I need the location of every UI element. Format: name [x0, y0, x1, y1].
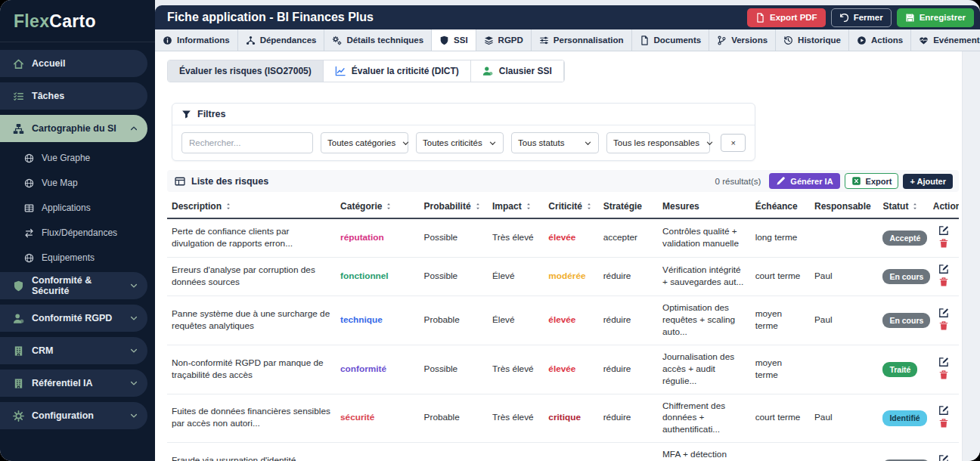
- sidebar-item[interactable]: Equipements: [0, 247, 147, 268]
- edit-icon[interactable]: [938, 308, 949, 318]
- tab[interactable]: Versions: [709, 29, 776, 51]
- column-header[interactable]: Impact: [488, 195, 544, 218]
- subtab[interactable]: Évaluer la criticité (DICT): [324, 60, 471, 82]
- chevron-icon: [129, 346, 138, 355]
- column-header[interactable]: Mesures: [658, 195, 751, 218]
- sidebar-item[interactable]: Cartographie du SI: [0, 115, 147, 142]
- risk-strategy: réduire: [599, 394, 658, 443]
- column-header[interactable]: Catégorie: [336, 195, 420, 218]
- tab-label: Personnalisation: [554, 36, 624, 45]
- tab-icon: [783, 36, 793, 45]
- tab[interactable]: Dépendances: [238, 29, 325, 51]
- tab[interactable]: Documents: [632, 29, 710, 51]
- tab[interactable]: Historique: [776, 29, 849, 51]
- sidebar-item-icon: [13, 313, 24, 324]
- table-icon: [175, 176, 185, 187]
- sidebar-nav: Accueil Tâches Cartographie du SI Vue Gr…: [0, 42, 155, 435]
- excel-icon: [851, 176, 861, 186]
- generate-ai-button[interactable]: Générer IA: [769, 173, 839, 189]
- tab[interactable]: Informations: [155, 29, 238, 51]
- trash-icon[interactable]: [938, 238, 949, 249]
- export-pdf-label: Export PDF: [770, 13, 817, 22]
- subtab[interactable]: Clausier SSI: [471, 60, 564, 82]
- trash-icon[interactable]: [938, 277, 949, 287]
- column-label: Probabilité: [424, 201, 471, 212]
- tab[interactable]: Personnalisation: [532, 29, 632, 51]
- column-label: Mesures: [662, 201, 699, 212]
- edit-icon[interactable]: [938, 357, 949, 367]
- sidebar-item[interactable]: CRM: [0, 337, 147, 364]
- sort-icon[interactable]: [225, 203, 232, 210]
- sort-icon[interactable]: [911, 203, 919, 210]
- export-button[interactable]: Export: [845, 173, 899, 189]
- filters-body: Toutes catégories Toutes criticités Tous…: [172, 125, 755, 160]
- tab[interactable]: SSI: [432, 29, 476, 51]
- edit-icon[interactable]: [938, 225, 949, 236]
- tab[interactable]: Evénements: [911, 29, 980, 51]
- sidebar-item-label: Tâches: [32, 91, 64, 101]
- trash-icon[interactable]: [938, 418, 949, 429]
- sidebar-item[interactable]: Référentiel IA: [0, 370, 147, 397]
- sort-icon[interactable]: [474, 203, 482, 210]
- clear-filters-button[interactable]: ×: [721, 134, 746, 152]
- export-pdf-button[interactable]: Export PDF: [747, 8, 826, 27]
- filter-select[interactable]: Toutes catégories: [321, 132, 408, 153]
- column-header[interactable]: Stratégie: [599, 195, 658, 218]
- risk-row: Fuites de données financières sensibles …: [167, 394, 959, 443]
- risk-table: DescriptionCatégorieProbabilitéImpactCri…: [167, 195, 959, 461]
- sidebar-item-label: Equipements: [42, 252, 95, 263]
- sort-icon[interactable]: [385, 203, 392, 210]
- sort-icon[interactable]: [585, 203, 593, 210]
- pdf-file-icon: [755, 13, 765, 23]
- tab-icon: [246, 36, 256, 45]
- chevron-icon: [129, 124, 138, 133]
- sidebar-item[interactable]: Accueil: [0, 50, 147, 77]
- pencil-icon: [776, 176, 786, 186]
- column-header[interactable]: Statut: [878, 195, 928, 218]
- sidebar-item[interactable]: Vue Map: [0, 172, 147, 193]
- column-header[interactable]: Probabilité: [420, 195, 488, 218]
- edit-icon[interactable]: [938, 264, 949, 274]
- search-input[interactable]: [181, 132, 313, 153]
- tab[interactable]: RGPD: [476, 29, 532, 51]
- risk-deadline: moyen terme: [751, 345, 810, 394]
- subtab[interactable]: Évaluer les risques (ISO27005): [168, 60, 324, 82]
- risk-owner: [810, 345, 878, 394]
- chevron-icon: [129, 281, 138, 290]
- save-button[interactable]: Enregistrer: [897, 8, 974, 27]
- add-button[interactable]: + Ajouter: [903, 174, 953, 189]
- close-button[interactable]: Fermer: [831, 8, 892, 27]
- sidebar-item[interactable]: Configuration: [0, 402, 147, 429]
- column-label: Stratégie: [603, 201, 642, 212]
- trash-icon[interactable]: [938, 370, 949, 380]
- filter-select[interactable]: Toutes criticités: [416, 132, 504, 153]
- subtab-icon: [482, 66, 493, 76]
- scroll-gutter[interactable]: [962, 51, 980, 461]
- risk-strategy: réduire: [599, 258, 658, 296]
- add-label: + Ajouter: [910, 177, 946, 186]
- sidebar-item[interactable]: Conformité RGPD: [0, 305, 147, 332]
- trash-icon[interactable]: [938, 320, 949, 331]
- sidebar-item[interactable]: Applications: [0, 197, 147, 218]
- sidebar-item[interactable]: Conformité & Sécurité: [0, 272, 147, 299]
- column-label: Criticité: [548, 201, 582, 212]
- tab[interactable]: Actions: [849, 29, 911, 51]
- sort-icon[interactable]: [525, 203, 532, 210]
- sidebar-item[interactable]: Tâches: [0, 82, 147, 110]
- filters-header: Filtres: [172, 104, 755, 125]
- filter-select[interactable]: Tous statuts: [511, 132, 599, 153]
- sidebar-item-label: Accueil: [32, 58, 65, 69]
- column-header[interactable]: Description: [167, 195, 336, 218]
- sidebar-item-icon: [13, 58, 24, 70]
- column-header[interactable]: Échéance: [751, 195, 810, 218]
- subtab-label: Clausier SSI: [499, 66, 552, 76]
- edit-icon[interactable]: [938, 405, 949, 416]
- column-header[interactable]: Criticité: [544, 195, 598, 218]
- tab[interactable]: Détails techniques: [324, 29, 432, 51]
- column-header[interactable]: Actions: [929, 195, 959, 218]
- column-header[interactable]: Responsable: [810, 195, 878, 218]
- edit-icon[interactable]: [938, 454, 949, 461]
- sidebar-item[interactable]: Vue Graphe: [0, 147, 147, 169]
- filter-select[interactable]: Tous les responsables: [606, 132, 710, 153]
- sidebar-item[interactable]: Flux/Dépendances: [0, 222, 147, 243]
